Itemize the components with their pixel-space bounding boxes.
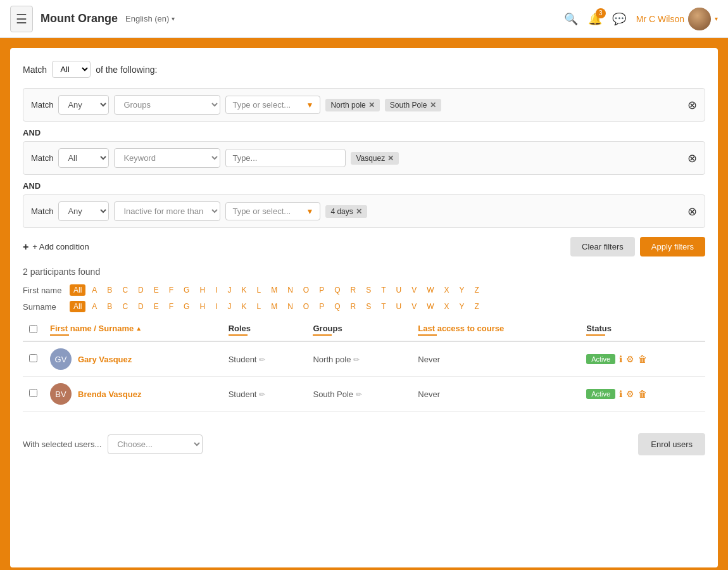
surname-alpha-a[interactable]: A — [88, 301, 101, 312]
filter2-type-select[interactable]: Keyword Groups Inactive for more than — [114, 148, 220, 168]
with-selected-choose[interactable]: Choose... — [108, 434, 203, 454]
user2-gear-icon[interactable]: ⚙ — [626, 389, 634, 399]
firstname-alpha-y[interactable]: Y — [456, 284, 468, 296]
surname-alpha-all[interactable]: All — [70, 301, 85, 312]
surname-alpha-k[interactable]: K — [237, 301, 250, 312]
col-underline-groups — [313, 334, 332, 336]
firstname-alpha-q[interactable]: Q — [330, 284, 344, 296]
surname-alpha-f[interactable]: F — [165, 301, 177, 312]
surname-alpha-w[interactable]: W — [423, 301, 437, 312]
user-menu[interactable]: Mr C Wilson ▾ — [636, 8, 718, 30]
firstname-alpha-u[interactable]: U — [392, 284, 406, 296]
surname-alpha-t[interactable]: T — [377, 301, 389, 312]
clear-filters-button[interactable]: Clear filters — [570, 237, 635, 256]
messages-icon[interactable]: 💬 — [612, 12, 626, 26]
firstname-alpha-c[interactable]: C — [118, 284, 132, 296]
surname-alpha-l[interactable]: L — [253, 301, 265, 312]
apply-filters-button[interactable]: Apply filters — [640, 237, 705, 256]
surname-alpha-z[interactable]: Z — [471, 301, 483, 312]
firstname-alpha-b[interactable]: B — [103, 284, 116, 296]
firstname-alpha-i[interactable]: I — [211, 284, 221, 296]
language-selector[interactable]: English (en) ▾ — [125, 14, 175, 23]
surname-alpha-s[interactable]: S — [362, 301, 375, 312]
firstname-alpha-p[interactable]: P — [315, 284, 328, 296]
user1-checkbox[interactable] — [29, 354, 37, 362]
surname-alpha-d[interactable]: D — [134, 301, 147, 312]
firstname-alpha-j[interactable]: J — [223, 284, 235, 296]
user2-info-icon[interactable]: ℹ — [619, 389, 622, 399]
user1-trash-icon[interactable]: 🗑 — [638, 354, 647, 364]
user2-role-edit-icon[interactable]: ✏ — [259, 390, 265, 399]
firstname-alpha-x[interactable]: X — [441, 284, 453, 296]
firstname-alpha-t[interactable]: T — [377, 284, 389, 296]
surname-alpha-b[interactable]: B — [103, 301, 116, 312]
firstname-alpha-all[interactable]: All — [70, 284, 85, 296]
user1-last-access: Never — [411, 341, 580, 377]
firstname-alpha-g[interactable]: G — [180, 284, 193, 296]
tag-northpole-remove[interactable]: ✕ — [368, 101, 375, 110]
search-icon[interactable]: 🔍 — [564, 12, 578, 26]
tag-vasquez-remove[interactable]: ✕ — [387, 154, 394, 163]
firstname-alpha-m[interactable]: M — [267, 284, 281, 296]
surname-alpha-p[interactable]: P — [315, 301, 328, 312]
firstname-alpha-w[interactable]: W — [423, 284, 437, 296]
user2-trash-icon[interactable]: 🗑 — [638, 389, 647, 399]
filter2-text-input[interactable] — [225, 149, 346, 167]
firstname-alpha-l[interactable]: L — [253, 284, 265, 296]
user1-name-link[interactable]: Gary Vasquez — [78, 355, 132, 364]
firstname-alpha-s[interactable]: S — [362, 284, 375, 296]
match-top-select[interactable]: All Any — [52, 61, 91, 78]
surname-alpha-e[interactable]: E — [150, 301, 163, 312]
user2-checkbox[interactable] — [29, 389, 37, 397]
surname-alpha-m[interactable]: M — [267, 301, 281, 312]
filter1-value-input[interactable]: Type or select... ▼ — [225, 96, 320, 114]
user1-role-edit-icon[interactable]: ✏ — [259, 355, 265, 364]
filter1-type-select[interactable]: Groups Keyword Inactive for more than — [114, 95, 220, 115]
select-all-checkbox[interactable] — [29, 325, 37, 333]
user2-name-link[interactable]: Brenda Vasquez — [78, 390, 141, 399]
firstname-alpha-k[interactable]: K — [237, 284, 250, 296]
firstname-alpha-o[interactable]: O — [299, 284, 313, 296]
enrol-users-button[interactable]: Enrol users — [638, 433, 705, 455]
tag-southpole-remove[interactable]: ✕ — [430, 101, 436, 110]
surname-alpha-q[interactable]: Q — [330, 301, 344, 312]
filter2-match-select[interactable]: All Any — [58, 148, 109, 168]
filter1-match-select[interactable]: Any All — [58, 95, 109, 115]
user2-status-badge: Active — [586, 389, 615, 399]
add-condition-button[interactable]: + + Add condition — [23, 241, 89, 253]
firstname-alpha-v[interactable]: V — [408, 284, 420, 296]
tag-4days-remove[interactable]: ✕ — [356, 207, 362, 216]
filter3-type-select[interactable]: Inactive for more than Groups Keyword — [114, 201, 220, 221]
surname-alpha-x[interactable]: X — [441, 301, 453, 312]
firstname-alpha-e[interactable]: E — [150, 284, 163, 296]
user2-group-edit-icon[interactable]: ✏ — [356, 390, 362, 399]
surname-alpha-j[interactable]: J — [223, 301, 235, 312]
filter3-match-select[interactable]: Any All — [58, 201, 109, 221]
firstname-alpha-a[interactable]: A — [88, 284, 101, 296]
user1-group-edit-icon[interactable]: ✏ — [353, 355, 360, 364]
surname-alpha-n[interactable]: N — [284, 301, 297, 312]
surname-alpha-r[interactable]: R — [347, 301, 360, 312]
filter3-value-input[interactable]: Type or select... ▼ — [225, 202, 320, 220]
firstname-alpha-r[interactable]: R — [347, 284, 360, 296]
filter2-remove-button[interactable]: ⊗ — [687, 151, 697, 165]
surname-alpha-g[interactable]: G — [180, 301, 193, 312]
surname-alpha-i[interactable]: I — [211, 301, 221, 312]
notifications-icon[interactable]: 🔔 3 — [588, 12, 602, 26]
firstname-alpha-z[interactable]: Z — [471, 284, 483, 296]
firstname-alpha-n[interactable]: N — [284, 284, 297, 296]
firstname-alpha-d[interactable]: D — [134, 284, 147, 296]
surname-alpha-o[interactable]: O — [299, 301, 313, 312]
user1-gear-icon[interactable]: ⚙ — [626, 354, 634, 364]
firstname-alpha-h[interactable]: H — [196, 284, 209, 296]
hamburger-menu[interactable]: ☰ — [10, 6, 33, 32]
firstname-alpha-f[interactable]: F — [165, 284, 177, 296]
filter1-remove-button[interactable]: ⊗ — [687, 98, 697, 112]
user1-info-icon[interactable]: ℹ — [619, 354, 622, 364]
surname-alpha-v[interactable]: V — [408, 301, 420, 312]
filter3-remove-button[interactable]: ⊗ — [687, 205, 697, 218]
surname-alpha-h[interactable]: H — [196, 301, 209, 312]
surname-alpha-u[interactable]: U — [392, 301, 406, 312]
surname-alpha-y[interactable]: Y — [456, 301, 468, 312]
surname-alpha-c[interactable]: C — [118, 301, 132, 312]
